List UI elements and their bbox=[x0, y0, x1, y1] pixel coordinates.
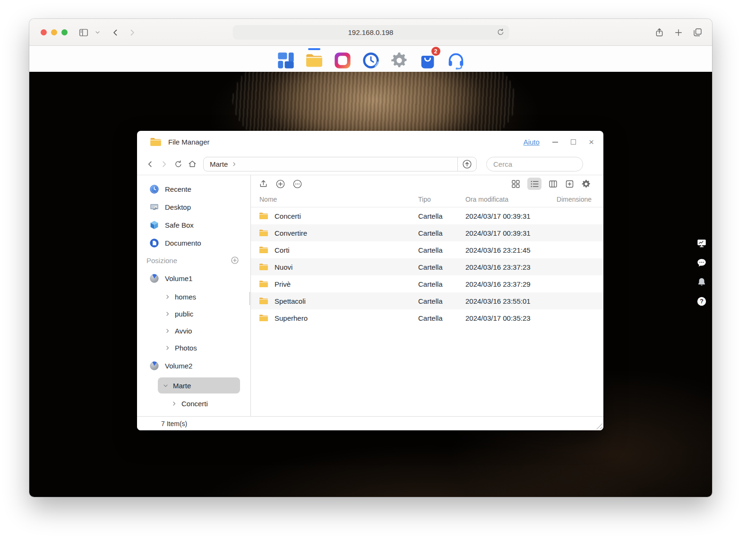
column-header-tipo[interactable]: Tipo bbox=[418, 196, 431, 203]
sidebar-item-concerti[interactable]: Concerti bbox=[137, 394, 250, 412]
new-window-button[interactable] bbox=[565, 179, 575, 189]
chevron-right-icon[interactable] bbox=[164, 328, 171, 334]
sidebar-label: Safe Box bbox=[165, 221, 194, 229]
sidebar-item-homes[interactable]: homes bbox=[137, 288, 250, 305]
list-view-button[interactable] bbox=[527, 178, 541, 190]
chevron-right-icon[interactable] bbox=[164, 294, 171, 300]
help-link[interactable]: Aiuto bbox=[524, 138, 540, 146]
dock-photo-gallery[interactable] bbox=[333, 46, 352, 70]
sidebar-item-documento[interactable]: Documento bbox=[137, 234, 250, 252]
sidebar-item-marte-selected[interactable]: Marte bbox=[158, 377, 240, 393]
fm-minimize-button[interactable] bbox=[552, 142, 558, 143]
screenshot-root: 192.168.0.198 bbox=[0, 0, 756, 547]
sidebar-item-public[interactable]: public bbox=[137, 305, 250, 322]
folder-icon bbox=[258, 228, 269, 238]
zoom-window-button[interactable] bbox=[61, 29, 68, 35]
sidebar-item-safe-box[interactable]: Safe Box bbox=[137, 216, 250, 234]
chevron-right-icon[interactable] bbox=[164, 311, 171, 317]
forward-icon[interactable] bbox=[128, 28, 137, 37]
reload-icon[interactable] bbox=[496, 28, 505, 36]
fm-maximize-button[interactable] bbox=[571, 139, 576, 145]
table-row[interactable]: Concerti Cartella 2024/03/17 00:39:31 bbox=[251, 207, 603, 224]
photo-gallery-icon bbox=[333, 51, 352, 70]
upload-button[interactable] bbox=[258, 179, 268, 189]
close-window-button[interactable] bbox=[41, 29, 47, 35]
sidebar-item-photos[interactable]: Photos bbox=[137, 339, 250, 356]
fm-forward-button[interactable] bbox=[157, 160, 171, 169]
home-icon bbox=[188, 159, 197, 169]
column-header-dimensione[interactable]: Dimensione bbox=[557, 196, 592, 203]
more-actions-button[interactable] bbox=[292, 179, 302, 189]
fm-close-button[interactable]: × bbox=[589, 139, 594, 145]
new-item-button[interactable] bbox=[275, 179, 285, 189]
file-manager-window: File Manager Aiuto × bbox=[137, 131, 603, 430]
fm-home-button[interactable] bbox=[185, 159, 199, 169]
sidebar-item-recente[interactable]: Recente bbox=[137, 180, 250, 198]
sidebar-label: homes bbox=[175, 293, 196, 301]
breadcrumb[interactable]: Marte bbox=[204, 157, 457, 171]
list-view-icon bbox=[530, 179, 540, 189]
help-icon[interactable] bbox=[696, 296, 707, 307]
dock-settings[interactable] bbox=[390, 46, 409, 70]
fm-back-button[interactable] bbox=[143, 160, 157, 169]
column-view-button[interactable] bbox=[548, 179, 558, 189]
file-type: Cartella bbox=[418, 246, 443, 254]
file-name: Corti bbox=[275, 246, 290, 254]
sidebar-item-avvio[interactable]: Avvio bbox=[137, 322, 250, 339]
column-header-nome[interactable]: Nome bbox=[259, 196, 277, 203]
table-row[interactable]: Corti Cartella 2024/03/16 23:21:45 bbox=[251, 241, 603, 258]
view-settings-button[interactable] bbox=[581, 179, 591, 189]
volume-pie-icon bbox=[149, 274, 159, 283]
table-row[interactable]: Privè Cartella 2024/03/16 23:37:29 bbox=[251, 275, 603, 292]
sidebar-label: Photos bbox=[175, 344, 197, 352]
add-location-icon[interactable] bbox=[231, 256, 239, 265]
sidebar-item-desktop[interactable]: Desktop bbox=[137, 198, 250, 216]
dock-app-central[interactable]: 2 bbox=[418, 46, 437, 70]
grid-view-button[interactable] bbox=[511, 179, 521, 189]
sidebar-toggle-icon[interactable] bbox=[78, 27, 89, 38]
go-up-button[interactable] bbox=[457, 157, 476, 171]
dock-support[interactable] bbox=[447, 46, 465, 70]
sidebar-item-volume1[interactable]: Volume1 bbox=[137, 269, 250, 288]
folder-icon bbox=[258, 245, 269, 255]
back-icon[interactable] bbox=[111, 28, 120, 37]
table-row[interactable]: Convertire Cartella 2024/03/17 00:39:31 bbox=[251, 224, 603, 241]
file-name: Superhero bbox=[275, 314, 308, 322]
system-monitor-icon[interactable] bbox=[696, 238, 707, 248]
browser-history-nav bbox=[111, 19, 137, 46]
item-count: 7 Item(s) bbox=[161, 420, 187, 427]
column-header-ora-modificata[interactable]: Ora modificata bbox=[465, 196, 508, 203]
sidebar-label: Avvio bbox=[175, 327, 192, 335]
file-modified: 2024/03/16 23:37:23 bbox=[465, 263, 531, 271]
chevron-down-icon[interactable] bbox=[163, 383, 169, 389]
chevron-right-icon[interactable] bbox=[171, 401, 177, 407]
breadcrumb-current[interactable]: Marte bbox=[210, 160, 228, 168]
file-type: Cartella bbox=[418, 263, 443, 271]
minimize-window-button[interactable] bbox=[51, 29, 57, 35]
chevron-down-icon[interactable] bbox=[94, 29, 101, 35]
section-label: Posizione bbox=[146, 256, 177, 265]
chevron-right-icon[interactable] bbox=[164, 345, 171, 351]
table-row[interactable]: Nuovi Cartella 2024/03/16 23:37:23 bbox=[251, 258, 603, 275]
address-bar[interactable]: 192.168.0.198 bbox=[232, 25, 509, 40]
chat-icon[interactable] bbox=[696, 257, 707, 268]
table-row[interactable]: Superhero Cartella 2024/03/17 00:35:23 bbox=[251, 309, 603, 326]
fm-refresh-button[interactable] bbox=[171, 160, 185, 169]
notifications-bell-icon[interactable] bbox=[696, 277, 707, 287]
table-row[interactable]: Spettacoli Cartella 2024/03/16 23:55:01 bbox=[251, 292, 603, 309]
clock-icon bbox=[149, 184, 159, 194]
file-name: Concerti bbox=[275, 212, 301, 220]
search-input[interactable] bbox=[493, 160, 587, 168]
breadcrumb-bar: Marte bbox=[203, 157, 477, 171]
browser-left-controls bbox=[78, 19, 101, 46]
share-icon[interactable] bbox=[654, 27, 664, 37]
sidebar-label: Marte bbox=[173, 382, 191, 390]
tab-overview-icon[interactable] bbox=[693, 27, 703, 37]
new-tab-icon[interactable] bbox=[674, 28, 683, 37]
folder-icon bbox=[258, 279, 269, 289]
dock-file-manager[interactable] bbox=[305, 46, 324, 70]
file-modified: 2024/03/16 23:37:29 bbox=[465, 280, 531, 288]
sidebar-item-volume2[interactable]: Volume2 bbox=[137, 356, 250, 376]
dock-backup[interactable] bbox=[361, 46, 380, 70]
dock-app-overview[interactable] bbox=[276, 46, 295, 70]
